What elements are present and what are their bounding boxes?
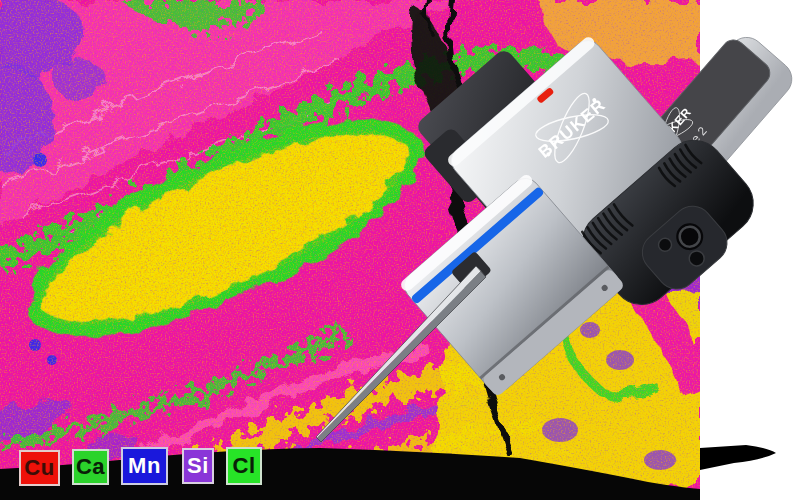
hero-image: BRUKER XTrace 2 BRUKER [0,0,800,500]
pointer-arrow [700,445,776,470]
scene-canvas: BRUKER XTrace 2 BRUKER [0,0,800,500]
